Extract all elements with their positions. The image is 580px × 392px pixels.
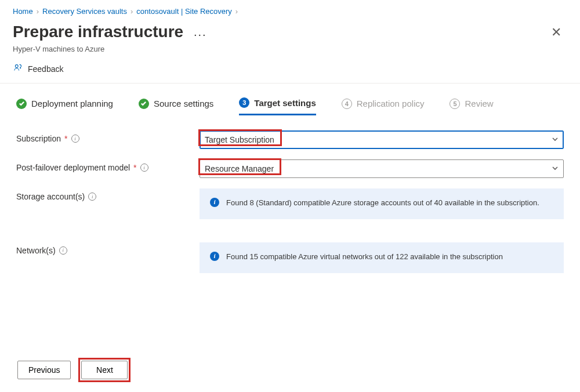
step-label: Deployment planning <box>31 99 113 108</box>
more-icon[interactable]: ··· <box>194 28 207 41</box>
step-label: Review <box>465 99 493 108</box>
feedback-icon <box>13 63 23 75</box>
info-badge-icon: i <box>210 252 219 261</box>
label-storage-accounts: Storage account(s) <box>16 188 200 201</box>
wizard-stepper: Deployment planning Source settings 3 Ta… <box>0 84 580 115</box>
select-value: Target Subscription <box>205 135 274 144</box>
step-number-icon: 5 <box>449 99 460 109</box>
step-review[interactable]: 5 Review <box>449 99 493 115</box>
check-icon <box>139 99 149 109</box>
info-text: Found 15 compatible Azure virtual networ… <box>226 252 503 263</box>
deployment-model-select[interactable]: Resource Manager <box>200 159 564 178</box>
chevron-down-icon <box>552 164 559 173</box>
step-replication-policy[interactable]: 4 Replication policy <box>342 99 425 115</box>
step-source-settings[interactable]: Source settings <box>139 99 213 115</box>
breadcrumb-vault[interactable]: contosovault | Site Recovery <box>136 7 232 16</box>
close-icon[interactable]: ✕ <box>550 25 563 40</box>
step-label: Target settings <box>254 98 316 108</box>
info-icon[interactable] <box>140 164 148 172</box>
label-text: Storage account(s) <box>16 192 85 201</box>
chevron-down-icon <box>552 135 559 144</box>
step-label: Source settings <box>154 99 213 108</box>
step-label: Replication policy <box>357 99 425 108</box>
label-deployment-model: Post-failover deployment model * <box>16 159 200 172</box>
networks-info-box: i Found 15 compatible Azure virtual netw… <box>200 242 564 273</box>
breadcrumb-separator: › <box>37 7 39 16</box>
feedback-label: Feedback <box>28 64 63 74</box>
page-title: Prepare infrastructure <box>13 23 183 41</box>
previous-button[interactable]: Previous <box>17 361 71 379</box>
check-icon <box>16 99 27 109</box>
svg-point-0 <box>15 65 18 68</box>
step-number-icon: 3 <box>239 97 249 108</box>
subscription-select[interactable]: Target Subscription <box>200 130 564 149</box>
info-badge-icon: i <box>210 198 219 207</box>
page-subtitle: Hyper-V machines to Azure <box>13 45 207 53</box>
step-number-icon: 4 <box>342 99 352 109</box>
breadcrumb-separator: › <box>235 7 238 16</box>
info-text: Found 8 (Standard) compatible Azure stor… <box>226 198 539 209</box>
breadcrumb-vaults[interactable]: Recovery Services vaults <box>42 7 127 16</box>
breadcrumb-home[interactable]: Home <box>13 7 33 16</box>
label-text: Network(s) <box>16 246 56 255</box>
info-icon[interactable] <box>59 246 67 255</box>
info-icon[interactable] <box>88 193 96 201</box>
required-asterisk: * <box>133 163 136 172</box>
label-text: Subscription <box>16 134 61 143</box>
storage-info-box: i Found 8 (Standard) compatible Azure st… <box>200 188 564 219</box>
select-value: Resource Manager <box>205 164 274 173</box>
required-asterisk: * <box>64 134 67 143</box>
wizard-footer: Previous Next <box>0 361 580 392</box>
step-target-settings[interactable]: 3 Target settings <box>239 97 316 115</box>
info-icon[interactable] <box>71 135 79 143</box>
breadcrumb-separator: › <box>130 7 133 16</box>
label-subscription: Subscription * <box>16 130 200 143</box>
breadcrumb: Home › Recovery Services vaults › contos… <box>0 0 580 19</box>
next-button[interactable]: Next <box>81 361 128 379</box>
feedback-link[interactable]: Feedback <box>0 56 580 84</box>
label-text: Post-failover deployment model <box>16 163 130 172</box>
step-deployment-planning[interactable]: Deployment planning <box>16 99 113 115</box>
label-networks: Network(s) <box>16 242 200 255</box>
